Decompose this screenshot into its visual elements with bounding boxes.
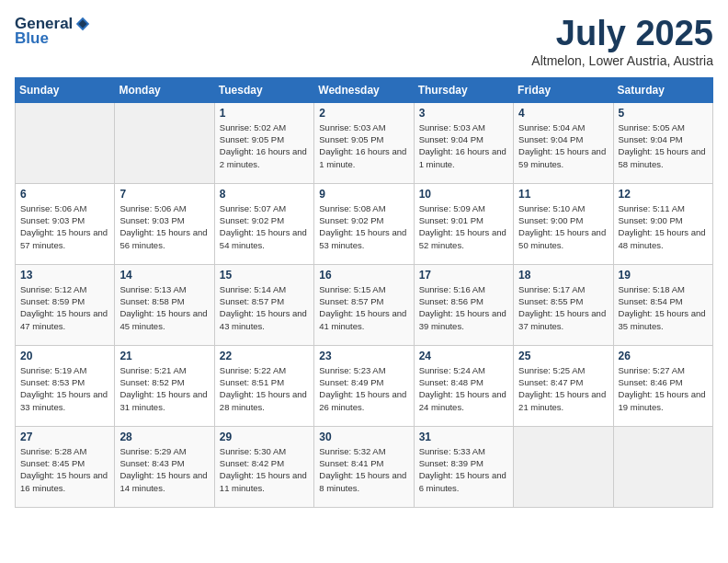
- logo-icon: [74, 16, 91, 32]
- table-cell: 12Sunrise: 5:11 AMSunset: 9:00 PMDayligh…: [613, 183, 712, 264]
- day-number: 1: [220, 107, 309, 120]
- table-cell: 22Sunrise: 5:22 AMSunset: 8:51 PMDayligh…: [214, 345, 313, 426]
- day-info: Sunrise: 5:05 AMSunset: 9:04 PMDaylight:…: [619, 121, 708, 170]
- table-cell: 5Sunrise: 5:05 AMSunset: 9:04 PMDaylight…: [613, 102, 712, 183]
- day-number: 13: [20, 269, 109, 282]
- day-number: 9: [319, 188, 408, 201]
- day-info: Sunrise: 5:13 AMSunset: 8:58 PMDaylight:…: [119, 283, 209, 332]
- day-number: 14: [119, 269, 209, 282]
- day-info: Sunrise: 5:29 AMSunset: 8:43 PMDaylight:…: [119, 445, 209, 494]
- day-number: 6: [20, 188, 109, 201]
- table-cell: 11Sunrise: 5:10 AMSunset: 9:00 PMDayligh…: [514, 183, 613, 264]
- day-number: 30: [319, 431, 408, 443]
- table-cell: 10Sunrise: 5:09 AMSunset: 9:01 PMDayligh…: [414, 183, 513, 264]
- day-number: 24: [419, 350, 508, 362]
- day-info: Sunrise: 5:11 AMSunset: 9:00 PMDaylight:…: [619, 202, 708, 251]
- day-info: Sunrise: 5:30 AMSunset: 8:42 PMDaylight:…: [220, 445, 309, 494]
- header-saturday: Saturday: [613, 77, 712, 102]
- day-info: Sunrise: 5:08 AMSunset: 9:02 PMDaylight:…: [319, 202, 408, 251]
- table-cell: 4Sunrise: 5:04 AMSunset: 9:04 PMDaylight…: [514, 102, 613, 183]
- day-info: Sunrise: 5:24 AMSunset: 8:48 PMDaylight:…: [419, 364, 508, 413]
- day-number: 17: [419, 269, 508, 282]
- header-thursday: Thursday: [414, 77, 513, 102]
- day-info: Sunrise: 5:06 AMSunset: 9:03 PMDaylight:…: [119, 202, 209, 251]
- day-info: Sunrise: 5:19 AMSunset: 8:53 PMDaylight:…: [20, 364, 109, 413]
- day-number: 16: [319, 269, 408, 282]
- day-number: 18: [518, 269, 608, 282]
- day-number: 11: [518, 188, 608, 201]
- table-cell: 3Sunrise: 5:03 AMSunset: 9:04 PMDaylight…: [414, 102, 513, 183]
- day-number: 10: [419, 188, 508, 201]
- day-info: Sunrise: 5:09 AMSunset: 9:01 PMDaylight:…: [419, 202, 508, 251]
- day-info: Sunrise: 5:15 AMSunset: 8:57 PMDaylight:…: [319, 283, 408, 332]
- day-info: Sunrise: 5:22 AMSunset: 8:51 PMDaylight:…: [220, 364, 309, 413]
- day-info: Sunrise: 5:14 AMSunset: 8:57 PMDaylight:…: [220, 283, 309, 332]
- table-cell: 6Sunrise: 5:06 AMSunset: 9:03 PMDaylight…: [16, 183, 115, 264]
- table-cell: 25Sunrise: 5:25 AMSunset: 8:47 PMDayligh…: [514, 345, 613, 426]
- day-number: 2: [319, 107, 408, 120]
- day-number: 5: [619, 107, 708, 120]
- table-cell: 9Sunrise: 5:08 AMSunset: 9:02 PMDaylight…: [314, 183, 414, 264]
- day-info: Sunrise: 5:18 AMSunset: 8:54 PMDaylight:…: [619, 283, 708, 332]
- table-cell: 8Sunrise: 5:07 AMSunset: 9:02 PMDaylight…: [214, 183, 313, 264]
- day-number: 19: [619, 269, 708, 282]
- table-cell: 30Sunrise: 5:32 AMSunset: 8:41 PMDayligh…: [314, 426, 414, 507]
- day-info: Sunrise: 5:02 AMSunset: 9:05 PMDaylight:…: [220, 121, 309, 170]
- day-number: 27: [20, 431, 109, 443]
- table-cell: 2Sunrise: 5:03 AMSunset: 9:05 PMDaylight…: [314, 102, 414, 183]
- day-info: Sunrise: 5:27 AMSunset: 8:46 PMDaylight:…: [619, 364, 708, 413]
- day-info: Sunrise: 5:28 AMSunset: 8:45 PMDaylight:…: [20, 445, 109, 494]
- week-row-3: 13Sunrise: 5:12 AMSunset: 8:59 PMDayligh…: [16, 264, 713, 345]
- table-cell: [613, 426, 712, 507]
- table-cell: 1Sunrise: 5:02 AMSunset: 9:05 PMDaylight…: [214, 102, 313, 183]
- day-info: Sunrise: 5:12 AMSunset: 8:59 PMDaylight:…: [20, 283, 109, 332]
- title-block: July 2025 Altmelon, Lower Austria, Austr…: [531, 15, 713, 68]
- table-cell: [16, 102, 115, 183]
- day-info: Sunrise: 5:32 AMSunset: 8:41 PMDaylight:…: [319, 445, 408, 494]
- table-cell: 18Sunrise: 5:17 AMSunset: 8:55 PMDayligh…: [514, 264, 613, 345]
- day-number: 8: [220, 188, 309, 201]
- table-cell: 21Sunrise: 5:21 AMSunset: 8:52 PMDayligh…: [115, 345, 214, 426]
- calendar-location: Altmelon, Lower Austria, Austria: [531, 53, 713, 68]
- table-cell: [514, 426, 613, 507]
- header-sunday: Sunday: [16, 77, 115, 102]
- day-number: 31: [419, 431, 508, 443]
- day-number: 12: [619, 188, 708, 201]
- day-number: 29: [220, 431, 309, 443]
- day-info: Sunrise: 5:17 AMSunset: 8:55 PMDaylight:…: [518, 283, 608, 332]
- day-info: Sunrise: 5:06 AMSunset: 9:03 PMDaylight:…: [20, 202, 109, 251]
- calendar-title: July 2025: [531, 15, 713, 53]
- table-cell: 19Sunrise: 5:18 AMSunset: 8:54 PMDayligh…: [613, 264, 712, 345]
- day-info: Sunrise: 5:21 AMSunset: 8:52 PMDaylight:…: [119, 364, 209, 413]
- table-cell: 28Sunrise: 5:29 AMSunset: 8:43 PMDayligh…: [115, 426, 214, 507]
- week-row-4: 20Sunrise: 5:19 AMSunset: 8:53 PMDayligh…: [16, 345, 713, 426]
- header-tuesday: Tuesday: [214, 77, 313, 102]
- day-number: 28: [119, 431, 209, 443]
- table-cell: 16Sunrise: 5:15 AMSunset: 8:57 PMDayligh…: [314, 264, 414, 345]
- table-cell: 27Sunrise: 5:28 AMSunset: 8:45 PMDayligh…: [16, 426, 115, 507]
- table-cell: 15Sunrise: 5:14 AMSunset: 8:57 PMDayligh…: [214, 264, 313, 345]
- header-friday: Friday: [514, 77, 613, 102]
- day-info: Sunrise: 5:33 AMSunset: 8:39 PMDaylight:…: [419, 445, 508, 494]
- day-info: Sunrise: 5:25 AMSunset: 8:47 PMDaylight:…: [518, 364, 608, 413]
- day-number: 15: [220, 269, 309, 282]
- day-info: Sunrise: 5:03 AMSunset: 9:05 PMDaylight:…: [319, 121, 408, 170]
- day-number: 21: [119, 350, 209, 362]
- table-cell: 13Sunrise: 5:12 AMSunset: 8:59 PMDayligh…: [16, 264, 115, 345]
- day-info: Sunrise: 5:04 AMSunset: 9:04 PMDaylight:…: [518, 121, 608, 170]
- header-monday: Monday: [115, 77, 214, 102]
- day-number: 23: [319, 350, 408, 362]
- table-cell: 24Sunrise: 5:24 AMSunset: 8:48 PMDayligh…: [414, 345, 513, 426]
- day-info: Sunrise: 5:16 AMSunset: 8:56 PMDaylight:…: [419, 283, 508, 332]
- table-cell: 29Sunrise: 5:30 AMSunset: 8:42 PMDayligh…: [214, 426, 313, 507]
- day-info: Sunrise: 5:23 AMSunset: 8:49 PMDaylight:…: [319, 364, 408, 413]
- week-row-2: 6Sunrise: 5:06 AMSunset: 9:03 PMDaylight…: [16, 183, 713, 264]
- table-cell: 17Sunrise: 5:16 AMSunset: 8:56 PMDayligh…: [414, 264, 513, 345]
- logo-blue-text: Blue: [15, 29, 49, 48]
- table-cell: [115, 102, 214, 183]
- header-wednesday: Wednesday: [314, 77, 414, 102]
- day-number: 4: [518, 107, 608, 120]
- calendar-header-row: Sunday Monday Tuesday Wednesday Thursday…: [16, 77, 713, 102]
- week-row-5: 27Sunrise: 5:28 AMSunset: 8:45 PMDayligh…: [16, 426, 713, 507]
- day-number: 20: [20, 350, 109, 362]
